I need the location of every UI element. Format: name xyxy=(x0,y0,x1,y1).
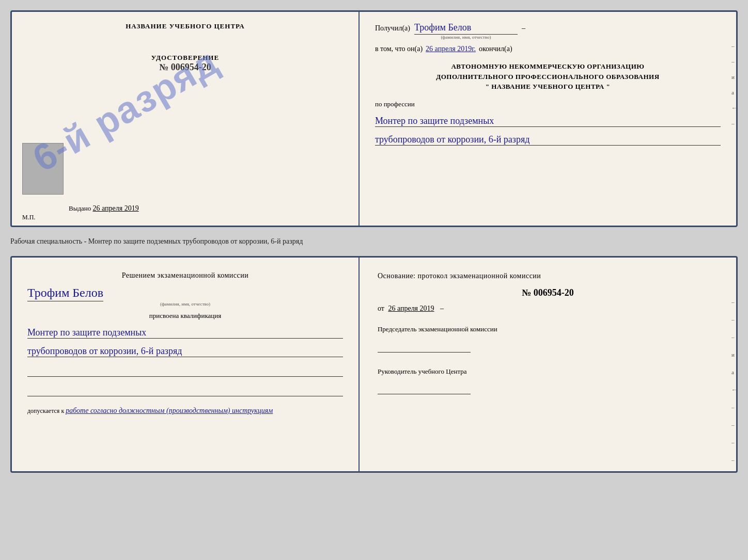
vydano-line: Выдано 26 апреля 2019 xyxy=(69,204,139,213)
top-doc-left: НАЗВАНИЕ УЧЕБНОГО ЦЕНТРА УДОСТОВЕРЕНИЕ №… xyxy=(12,12,360,226)
org-line3: " НАЗВАНИЕ УЧЕБНОГО ЦЕНТРА " xyxy=(375,82,721,92)
allows-text: работе согласно должностным (производств… xyxy=(66,407,273,414)
profession-line2: трубопроводов от коррозии, 6-й разряд xyxy=(375,134,721,146)
received-name: Трофим Белов xyxy=(414,22,518,35)
top-document: НАЗВАНИЕ УЧЕБНОГО ЦЕНТРА УДОСТОВЕРЕНИЕ №… xyxy=(10,10,738,227)
profession-line1: Монтер по защите подземных xyxy=(375,116,721,127)
photo-placeholder xyxy=(22,143,64,195)
person-hint: (фамилия, имя, отчество) xyxy=(160,301,210,307)
vydano-date: 26 апреля 2019 xyxy=(93,204,139,212)
right-side-marks: – – – и а ← – – – – xyxy=(731,299,737,463)
protocol-dash: – xyxy=(440,305,444,312)
decision-text: Решением экзаменационной комиссии xyxy=(27,270,343,281)
qualification-line2: трубопроводов от коррозии, 6-й разряд xyxy=(27,346,343,357)
blank-line-2 xyxy=(27,386,343,396)
org-line2: ДОПОЛНИТЕЛЬНОГО ПРОФЕССИОНАЛЬНОГО ОБРАЗО… xyxy=(375,72,721,82)
page-wrapper: НАЗВАНИЕ УЧЕБНОГО ЦЕНТРА УДОСТОВЕРЕНИЕ №… xyxy=(10,10,738,473)
top-doc-right: Получил(а) Трофим Белов (фамилия, имя, о… xyxy=(360,12,736,226)
qualification-line1: Монтер по защите подземных xyxy=(27,327,343,339)
profession-label: по профессии xyxy=(375,100,721,108)
vydano-label: Выдано xyxy=(69,204,91,212)
udostoverenie-label: УДОСТОВЕРЕНИЕ xyxy=(151,54,219,62)
received-hint: (фамилия, имя, отчество) xyxy=(441,35,491,40)
side-marks: – – и а ← – xyxy=(731,43,737,126)
protocol-date: от 26 апреля 2019 – xyxy=(378,305,718,313)
qualification-label: присвоена квалификация xyxy=(27,312,343,320)
date-prefix: в том, что он(а) xyxy=(375,45,423,53)
allows-prefix: допускается к xyxy=(27,407,64,414)
protocol-date-prefix: от xyxy=(378,305,384,312)
bottom-doc-right: Основание: протокол экзаменационной коми… xyxy=(360,258,736,471)
blank-line-1 xyxy=(27,366,343,377)
date-value: 26 апреля 2019г. xyxy=(426,45,476,53)
mp-label: М.П. xyxy=(22,214,35,221)
director-signature xyxy=(378,379,471,394)
chairman-block: Председатель экзаменационной комиссии xyxy=(378,324,718,353)
received-line: Получил(а) Трофим Белов (фамилия, имя, о… xyxy=(375,22,721,40)
protocol-number: № 006954-20 xyxy=(378,287,718,298)
udostoverenie-block: УДОСТОВЕРЕНИЕ № 006954-20 xyxy=(151,54,219,73)
date-suffix: окончил(а) xyxy=(479,45,512,53)
director-block: Руководитель учебного Центра xyxy=(378,366,718,395)
org-block: АВТОНОМНУЮ НЕКОММЕРЧЕСКУЮ ОРГАНИЗАЦИЮ ДО… xyxy=(375,61,721,92)
chairman-signature xyxy=(378,337,471,353)
org-line1: АВТОНОМНУЮ НЕКОММЕРЧЕСКУЮ ОРГАНИЗАЦИЮ xyxy=(375,61,721,72)
allows-text-block: допускается к работе согласно должностны… xyxy=(27,407,343,415)
received-prefix: Получил(а) xyxy=(375,24,410,33)
dash: – xyxy=(522,24,525,33)
top-center-title: НАЗВАНИЕ УЧЕБНОГО ЦЕНТРА xyxy=(126,22,245,30)
date-line: в том, что он(а) 26 апреля 2019г. окончи… xyxy=(375,45,721,53)
person-name: Трофим Белов xyxy=(27,286,103,301)
bottom-document: Решением экзаменационной комиссии Трофим… xyxy=(10,256,738,473)
director-label: Руководитель учебного Центра xyxy=(378,366,718,377)
protocol-date-value: 26 апреля 2019 xyxy=(388,305,434,312)
doc-number: № 006954-20 xyxy=(151,62,219,73)
chairman-label: Председатель экзаменационной комиссии xyxy=(378,324,718,334)
bottom-doc-left: Решением экзаменационной комиссии Трофим… xyxy=(12,258,360,471)
osnov-title: Основание: протокол экзаменационной коми… xyxy=(378,270,718,281)
specialty-text: Рабочая специальность - Монтер по защите… xyxy=(10,233,738,250)
